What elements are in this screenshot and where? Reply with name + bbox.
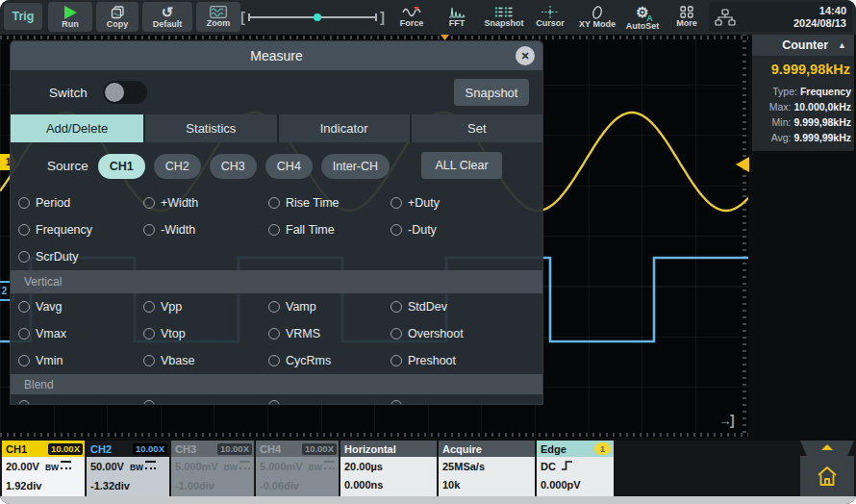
slider-handle[interactable] bbox=[314, 13, 321, 21]
default-button[interactable]: ↺ Default bbox=[142, 2, 192, 32]
measure-item-clipped[interactable] bbox=[390, 394, 542, 405]
ch4-bw-label: BW bbox=[309, 463, 322, 472]
measure-item-rise-time[interactable]: Rise Time bbox=[268, 189, 390, 216]
switch-row: Switch Snapshot bbox=[11, 70, 542, 114]
tab-set[interactable]: Set bbox=[410, 114, 542, 142]
dialog-snapshot-button[interactable]: Snapshot bbox=[454, 79, 529, 106]
radio-icon bbox=[18, 400, 30, 405]
measure-item-vpp[interactable]: Vpp bbox=[143, 293, 268, 320]
more-button[interactable]: More bbox=[667, 2, 707, 32]
measure-item-vmax[interactable]: Vmax bbox=[18, 320, 143, 347]
source-inter-ch[interactable]: Inter-CH bbox=[321, 154, 390, 179]
measure-item-scrduty[interactable]: ScrDuty bbox=[18, 243, 143, 270]
measure-item-vtop[interactable]: Vtop bbox=[143, 320, 268, 347]
all-clear-button[interactable]: ALL Clear bbox=[421, 152, 502, 179]
xy-mode-button[interactable]: XY Mode bbox=[572, 2, 622, 32]
copy-icon bbox=[111, 6, 125, 19]
radio-icon bbox=[18, 328, 30, 340]
measure-item-label: +Width bbox=[161, 196, 198, 210]
tab-statistics[interactable]: Statistics bbox=[143, 114, 276, 142]
close-button[interactable]: ✕ bbox=[516, 46, 535, 65]
trigger-coupling: DC bbox=[541, 461, 556, 472]
reset-icon: ↺ bbox=[162, 6, 174, 19]
radio-icon bbox=[18, 301, 30, 313]
measure-item-vrms[interactable]: VRMS bbox=[268, 320, 390, 347]
cursor-button[interactable]: Cursor bbox=[530, 2, 570, 32]
home-button[interactable] bbox=[800, 456, 854, 496]
measure-switch-toggle[interactable] bbox=[103, 81, 147, 104]
radio-icon bbox=[143, 301, 155, 313]
measure-item-overshoot[interactable]: Overshoot bbox=[390, 320, 542, 347]
ch2-status-block[interactable]: CH2 10.00X 50.00VBW -1.32div bbox=[87, 441, 169, 496]
top-toolbar: Trig Run Copy ↺ Default Zoom [ ] bbox=[0, 0, 856, 35]
measure-item-label: Vpp bbox=[161, 300, 182, 314]
zoom-button[interactable]: Zoom bbox=[196, 2, 240, 32]
device-bezel bbox=[0, 496, 856, 504]
status-time-block[interactable]: 14:40 2024/08/13 bbox=[709, 2, 852, 32]
home-icon bbox=[816, 466, 839, 487]
measure-item-vmin[interactable]: Vmin bbox=[18, 347, 143, 374]
ch2-scale: 50.00V bbox=[90, 461, 124, 472]
ch2-name: CH2 bbox=[90, 443, 112, 455]
measure-item-period[interactable]: Period bbox=[18, 189, 143, 216]
measure-item-vavg[interactable]: Vavg bbox=[18, 293, 143, 320]
measure-item-neg-duty[interactable]: -Duty bbox=[390, 216, 542, 243]
trigger-level-value: 0.000pV bbox=[541, 476, 610, 494]
source-ch3[interactable]: CH3 bbox=[210, 154, 257, 179]
measure-item-label: Fall Time bbox=[286, 223, 335, 237]
measure-item-preshoot[interactable]: Preshoot bbox=[390, 347, 542, 374]
horizontal-status-block[interactable]: Horizontal 20.00µs 0.000ns bbox=[340, 441, 437, 496]
slider-left-bracket-icon: [ bbox=[240, 10, 245, 24]
acquire-status-block[interactable]: Acquire 25MSa/s 10k bbox=[439, 441, 535, 496]
run-button[interactable]: Run bbox=[48, 2, 92, 32]
trigger-status-block[interactable]: Edge 1 DC 0.000pV bbox=[537, 441, 614, 496]
trigger-edge-position-icon: →] bbox=[718, 413, 733, 428]
horizontal-position-slider[interactable]: [ ] bbox=[240, 2, 385, 32]
force-button[interactable]: Force bbox=[389, 2, 435, 32]
collapse-arrow-icon[interactable]: ▲ bbox=[838, 40, 846, 50]
copy-button[interactable]: Copy bbox=[96, 2, 138, 32]
radio-icon bbox=[18, 197, 30, 209]
measure-item-neg-width[interactable]: -Width bbox=[143, 216, 268, 243]
expand-tab[interactable] bbox=[800, 441, 854, 456]
ch4-status-block[interactable]: CH4 10.00X 5.000mVBW -0.06div bbox=[256, 441, 339, 496]
tab-label: Indicator bbox=[320, 121, 368, 136]
counter-header[interactable]: Counter ▲ bbox=[752, 35, 854, 56]
cursor-label: Cursor bbox=[536, 19, 565, 28]
slider-track[interactable] bbox=[248, 16, 377, 18]
tab-add-delete[interactable]: Add/Delete bbox=[11, 114, 143, 142]
measure-item-clipped[interactable] bbox=[18, 394, 143, 405]
ch4-values: 5.000mVBW -0.06div bbox=[256, 457, 339, 496]
measure-item-fall-time[interactable]: Fall Time bbox=[268, 216, 390, 243]
ch1-status-block[interactable]: CH1 10.00X 20.00VBW 1.92div bbox=[2, 441, 85, 496]
measure-item-label: Overshoot bbox=[408, 327, 464, 340]
measure-item-pos-width[interactable]: +Width bbox=[143, 189, 268, 216]
autoset-button[interactable]: ⚙A AutoSet bbox=[620, 2, 665, 32]
measure-item-vbase[interactable]: Vbase bbox=[143, 347, 268, 374]
source-ch4[interactable]: CH4 bbox=[265, 154, 313, 179]
bandwidth-icon bbox=[145, 461, 156, 469]
counter-max-label: Max: bbox=[769, 99, 792, 114]
measure-item-clipped[interactable] bbox=[268, 394, 390, 405]
trig-button[interactable]: Trig bbox=[4, 3, 42, 30]
source-ch2[interactable]: CH2 bbox=[154, 154, 201, 179]
tab-indicator[interactable]: Indicator bbox=[277, 114, 410, 142]
fft-button[interactable]: FFT bbox=[438, 2, 476, 32]
measure-item-cycrms[interactable]: CycRms bbox=[268, 347, 390, 374]
section-header-blend: Blend bbox=[11, 374, 542, 394]
measure-item-stddev[interactable]: StdDev bbox=[390, 293, 542, 320]
ch3-status-block[interactable]: CH3 10.00X 5.000mVBW -1.00div bbox=[171, 441, 254, 496]
measure-item-pos-duty[interactable]: +Duty bbox=[390, 189, 542, 216]
measure-item-clipped[interactable] bbox=[143, 394, 268, 405]
snapshot-button[interactable]: Snapshot bbox=[480, 2, 528, 32]
snapshot-list-icon bbox=[494, 6, 514, 18]
dialog-titlebar[interactable]: Measure ✕ bbox=[11, 41, 542, 70]
source-pill-label: CH3 bbox=[221, 160, 245, 173]
trigger-level-arrow[interactable] bbox=[736, 157, 749, 172]
rising-edge-icon bbox=[561, 460, 573, 471]
measure-item-vamp[interactable]: Vamp bbox=[268, 293, 390, 320]
source-ch1[interactable]: CH1 bbox=[98, 154, 145, 179]
measure-item-frequency[interactable]: Frequency bbox=[18, 216, 143, 243]
acquire-title: Acquire bbox=[442, 443, 482, 455]
measure-row-5: Vmax Vtop VRMS Overshoot bbox=[11, 320, 542, 347]
